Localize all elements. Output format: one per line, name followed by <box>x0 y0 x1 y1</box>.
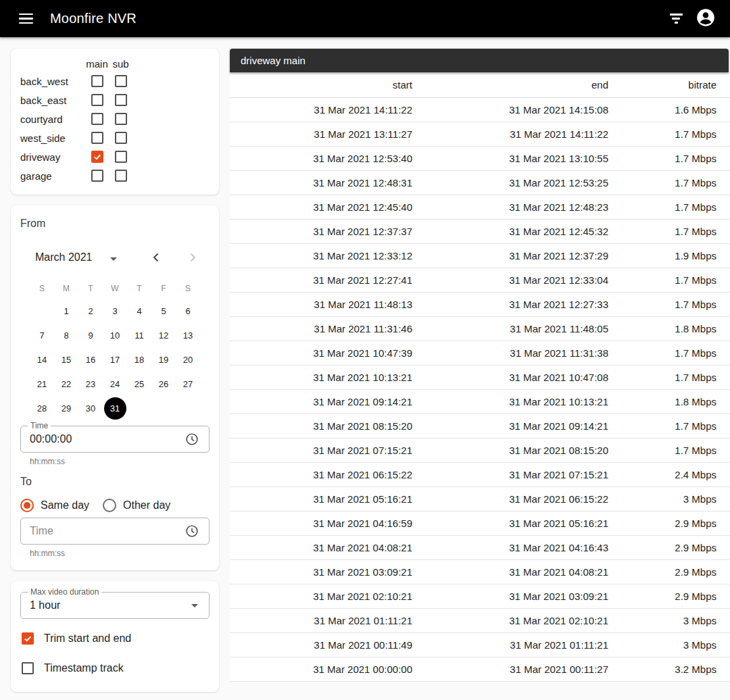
to-time-field[interactable]: Time <box>20 518 210 545</box>
next-month-button[interactable] <box>182 247 203 268</box>
recording-row: 31 Mar 2021 13:11:2731 Mar 2021 14:11:22… <box>230 122 730 146</box>
recording-start[interactable]: 31 Mar 2021 10:47:39 <box>230 341 412 365</box>
recording-start[interactable]: 31 Mar 2021 01:11:21 <box>230 608 412 632</box>
calendar-day[interactable]: 29 <box>54 396 78 420</box>
recording-start[interactable]: 31 Mar 2021 13:11:27 <box>230 122 412 146</box>
recording-start[interactable]: 31 Mar 2021 12:45:40 <box>230 195 412 219</box>
recording-start[interactable]: 31 Mar 2021 06:15:22 <box>230 462 412 486</box>
calendar-day[interactable]: 25 <box>127 372 151 396</box>
from-clock-button[interactable] <box>182 429 202 449</box>
recording-start[interactable]: 31 Mar 2021 14:11:22 <box>230 97 412 122</box>
recording-row: 31 Mar 2021 01:11:2131 Mar 2021 02:10:21… <box>230 608 730 632</box>
calendar-day[interactable]: 12 <box>151 323 176 347</box>
calendar-day[interactable]: 6 <box>176 299 200 323</box>
max-duration-value: 1 hour <box>30 599 191 611</box>
calendar-day[interactable]: 8 <box>54 323 78 347</box>
recording-start[interactable]: 31 Mar 2021 04:16:59 <box>230 511 412 535</box>
trim-label: Trim start and end <box>44 632 131 645</box>
calendar-day[interactable]: 19 <box>151 347 176 372</box>
calendar-day[interactable]: 17 <box>103 347 127 372</box>
recording-start[interactable]: 31 Mar 2021 04:08:21 <box>230 535 412 559</box>
recording-end: 31 Mar 2021 11:48:05 <box>412 316 608 341</box>
checkbox-driveway-main[interactable] <box>91 151 103 163</box>
calendar-day[interactable]: 7 <box>30 323 54 347</box>
recording-start[interactable]: 31 Mar 2021 08:15:20 <box>230 414 412 438</box>
recording-start[interactable]: 31 Mar 2021 12:27:41 <box>230 268 412 292</box>
recording-row: 31 Mar 2021 12:37:3731 Mar 2021 12:45:32… <box>230 219 730 243</box>
calendar-day[interactable]: 5 <box>151 299 176 323</box>
calendar-day[interactable]: 4 <box>127 299 151 323</box>
recording-start[interactable]: 31 Mar 2021 05:16:21 <box>230 486 412 511</box>
calendar-day[interactable]: 15 <box>54 347 78 372</box>
recording-start[interactable]: 31 Mar 2021 09:14:21 <box>230 389 412 414</box>
recording-start[interactable]: 31 Mar 2021 03:09:21 <box>230 559 412 584</box>
month-dropdown-button[interactable] <box>107 249 120 266</box>
recording-start[interactable]: 31 Mar 2021 00:11:49 <box>230 632 412 657</box>
recording-row: 31 Mar 2021 12:45:4031 Mar 2021 12:48:23… <box>230 195 730 219</box>
recording-start[interactable]: 31 Mar 2021 11:31:46 <box>230 316 412 341</box>
checkbox-back_east-sub[interactable] <box>115 94 127 106</box>
calendar-day[interactable]: 27 <box>176 372 200 396</box>
checkbox-west_side-sub[interactable] <box>115 132 127 144</box>
recording-start[interactable]: 31 Mar 2021 00:00:00 <box>230 657 412 681</box>
checkbox-back_west-sub[interactable] <box>115 75 127 87</box>
end-column-header: end <box>412 72 608 97</box>
to-time-input[interactable]: Time <box>30 525 182 537</box>
calendar-day[interactable]: 30 <box>78 396 103 420</box>
recording-start[interactable]: 31 Mar 2021 07:15:21 <box>230 438 412 462</box>
calendar-day[interactable]: 23 <box>78 372 103 396</box>
checkbox-garage-sub[interactable] <box>115 170 127 182</box>
from-time-field[interactable]: Time 00:00:00 <box>20 426 210 453</box>
same-day-radio[interactable] <box>20 499 34 512</box>
other-day-radio[interactable] <box>103 499 116 512</box>
calendar-day[interactable]: 3 <box>103 299 127 323</box>
account-button[interactable] <box>691 4 721 34</box>
calendar-day[interactable]: 10 <box>103 323 127 347</box>
calendar-day[interactable]: 20 <box>176 347 200 372</box>
max-duration-select[interactable]: Max video duration 1 hour <box>20 592 210 619</box>
calendar-day[interactable]: 2 <box>78 299 103 323</box>
recording-start[interactable]: 31 Mar 2021 12:37:37 <box>230 219 412 243</box>
calendar-day-number: 9 <box>80 324 102 347</box>
calendar-day[interactable]: 21 <box>30 372 54 396</box>
checkbox-back_west-main[interactable] <box>91 75 103 87</box>
calendar-day-number <box>31 300 53 322</box>
chevron-right-icon <box>185 249 201 266</box>
recording-start[interactable]: 31 Mar 2021 12:48:31 <box>230 170 412 195</box>
recording-start[interactable]: 31 Mar 2021 11:48:13 <box>230 292 412 316</box>
checkbox-courtyard-main[interactable] <box>91 113 103 125</box>
menu-button[interactable] <box>11 4 41 34</box>
calendar-day[interactable]: 14 <box>30 347 54 372</box>
calendar-day[interactable]: 13 <box>176 323 200 347</box>
calendar-day[interactable]: 24 <box>103 372 127 396</box>
checkbox-courtyard-sub[interactable] <box>115 113 127 125</box>
timestamp-checkbox[interactable] <box>22 662 34 674</box>
recording-row: 31 Mar 2021 03:09:2131 Mar 2021 04:08:21… <box>230 559 730 584</box>
calendar-day[interactable]: 9 <box>78 323 103 347</box>
weekday-label: M <box>54 278 78 299</box>
calendar-day[interactable]: 26 <box>151 372 176 396</box>
prev-month-button[interactable] <box>146 247 166 268</box>
calendar-day[interactable]: 11 <box>127 323 151 347</box>
to-clock-button[interactable] <box>182 521 202 541</box>
checkbox-west_side-main[interactable] <box>91 132 103 144</box>
trim-checkbox[interactable] <box>22 632 34 645</box>
filter-button[interactable] <box>661 4 691 34</box>
checkbox-garage-main[interactable] <box>91 170 103 182</box>
checkbox-back_east-main[interactable] <box>91 94 103 106</box>
recording-start[interactable]: 31 Mar 2021 12:53:40 <box>230 146 412 170</box>
calendar-day[interactable]: 31 <box>103 396 127 420</box>
recording-start[interactable]: 31 Mar 2021 10:13:21 <box>230 365 412 389</box>
recording-start[interactable]: 31 Mar 2021 12:33:12 <box>230 243 412 268</box>
calendar-day[interactable]: 18 <box>127 347 151 372</box>
calendar-weekday-row: SMTWTFS <box>30 278 200 299</box>
from-time-input[interactable]: 00:00:00 <box>30 433 182 445</box>
calendar-day[interactable]: 1 <box>54 299 78 323</box>
checkbox-driveway-sub[interactable] <box>115 151 127 163</box>
calendar-week-row: 28293031 <box>30 396 200 420</box>
recording-start[interactable]: 31 Mar 2021 02:10:21 <box>230 584 412 608</box>
calendar-day[interactable]: 22 <box>54 372 78 396</box>
recording-end: 31 Mar 2021 13:10:55 <box>412 146 608 170</box>
calendar-day[interactable]: 28 <box>30 396 54 420</box>
calendar-day[interactable]: 16 <box>78 347 103 372</box>
